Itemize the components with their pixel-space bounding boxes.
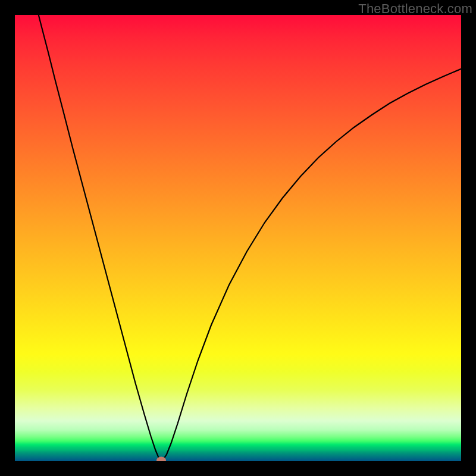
watermark-text: TheBottleneck.com: [358, 1, 472, 17]
chart-svg: [15, 15, 461, 461]
bottleneck-curve: [39, 15, 461, 461]
plot-area: [15, 15, 461, 461]
